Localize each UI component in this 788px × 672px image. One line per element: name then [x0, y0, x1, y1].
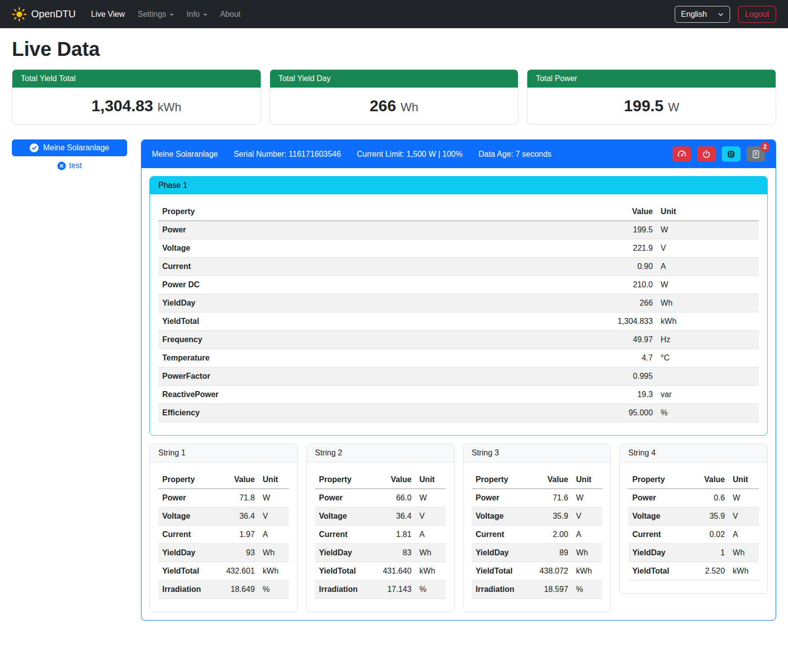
table-row: YieldDay266Wh — [158, 294, 759, 313]
property-cell: Power — [158, 221, 537, 239]
unit-cell: Wh — [416, 544, 446, 562]
summary-card-title: Total Yield Day — [270, 70, 518, 88]
device-info-button[interactable] — [722, 146, 741, 162]
content-row: Meine Solaranlage test Meine Solaranlage… — [12, 139, 776, 621]
table-row: Voltage36.4V — [315, 507, 446, 526]
table-row: Current2.00A — [472, 526, 603, 544]
column-header-value: Value — [537, 203, 657, 221]
chevron-down-icon — [718, 11, 724, 17]
summary-value: 1,304.83 — [92, 97, 153, 115]
unit-cell: var — [657, 386, 759, 404]
property-cell: YieldDay — [628, 544, 688, 562]
unit-cell: Wh — [259, 544, 289, 562]
unit-cell: kWh — [657, 313, 759, 331]
value-cell: 431.640 — [375, 562, 416, 581]
table-row: YieldTotal438.072kWh — [472, 562, 603, 581]
nav-settings[interactable]: Settings — [131, 6, 180, 23]
nav-info[interactable]: Info — [180, 6, 214, 23]
unit-cell: V — [416, 507, 446, 526]
value-cell: 36.4 — [218, 507, 259, 526]
table-row: Power71.6W — [472, 489, 603, 507]
table-row: YieldTotal2.520kWh — [628, 562, 759, 581]
property-cell: Current — [158, 526, 218, 544]
sidebar-item-test[interactable]: test — [57, 161, 82, 170]
table-row: Irradiation18.597% — [472, 581, 603, 599]
serial-number: Serial Number: 116171603546 — [233, 150, 341, 159]
value-cell: 35.9 — [689, 507, 729, 526]
string-card-title: String 4 — [620, 444, 767, 462]
table-row: Voltage36.4V — [158, 507, 289, 526]
value-cell: 0.90 — [537, 258, 657, 276]
table-header-row: Property Value Unit — [158, 471, 289, 489]
table-row: Current0.02A — [628, 526, 759, 544]
property-cell: Voltage — [628, 507, 688, 526]
property-cell: YieldDay — [158, 544, 218, 562]
property-cell: YieldDay — [158, 294, 537, 313]
table-header-row: Property Value Unit — [315, 471, 446, 489]
property-cell: ReactivePower — [158, 386, 537, 404]
value-cell: 18.597 — [532, 581, 572, 599]
table-header-row: Property Value Unit — [158, 203, 759, 221]
unit-cell: °C — [657, 349, 759, 367]
column-header-value: Value — [375, 471, 416, 489]
table-row: YieldDay93Wh — [158, 544, 289, 562]
unit-cell: W — [729, 489, 759, 507]
string-card-title: String 2 — [307, 444, 454, 462]
property-cell: Voltage — [158, 507, 218, 526]
table-row: ReactivePower19.3var — [158, 386, 759, 404]
property-cell: Irradiation — [158, 581, 218, 599]
table-row: Voltage221.9V — [158, 239, 759, 258]
unit-cell: V — [657, 239, 759, 258]
property-cell: Current — [628, 526, 688, 544]
power-button[interactable] — [697, 146, 716, 162]
summary-unit: Wh — [401, 100, 418, 114]
value-cell: 17.143 — [375, 581, 416, 599]
table-row: Frequency49.97Hz — [158, 331, 759, 349]
table-row: YieldDay1Wh — [628, 544, 759, 562]
page-title: Live Data — [12, 38, 776, 60]
nav-about[interactable]: About — [214, 6, 247, 23]
value-cell: 210.0 — [537, 276, 657, 294]
property-cell: Irradiation — [315, 581, 375, 599]
string-card-title: String 3 — [464, 444, 611, 462]
string-card: String 3 Property Value Unit Power71.6WV… — [463, 444, 611, 612]
property-cell: Voltage — [158, 239, 537, 258]
value-cell: 2.520 — [689, 562, 729, 581]
table-row: Current0.90A — [158, 258, 759, 276]
unit-cell: % — [572, 581, 603, 599]
table-row: YieldDay83Wh — [315, 544, 446, 562]
sidebar-item-meine-solaranlage[interactable]: Meine Solaranlage — [12, 139, 127, 156]
table-row: Power0.6W — [628, 489, 759, 507]
string-card: String 1 Property Value Unit Power71.8WV… — [149, 444, 298, 612]
nav-live-view[interactable]: Live View — [85, 6, 131, 23]
summary-value: 199.5 — [624, 97, 663, 115]
logout-button[interactable]: Logout — [738, 6, 776, 23]
unit-cell: W — [572, 489, 603, 507]
language-select[interactable]: English — [675, 6, 730, 23]
unit-cell: W — [259, 489, 289, 507]
table-row: Voltage35.9V — [628, 507, 759, 526]
event-log-button[interactable]: 2 — [746, 146, 765, 162]
summary-row: Total Yield Total 1,304.83kWh Total Yiel… — [12, 69, 776, 125]
cpu-icon — [727, 150, 736, 159]
nav-settings-label: Settings — [138, 10, 166, 18]
value-cell: 95.000 — [537, 404, 657, 422]
unit-cell: A — [729, 526, 759, 544]
value-cell: 2.00 — [532, 526, 572, 544]
brand-link[interactable]: OpenDTU — [12, 7, 76, 22]
value-cell: 89 — [532, 544, 572, 562]
table-row: Voltage35.9V — [472, 507, 603, 526]
unit-cell: W — [416, 489, 446, 507]
unit-cell: kWh — [259, 562, 289, 581]
unit-cell: V — [572, 507, 603, 526]
sidebar-item-label: Meine Solaranlage — [43, 143, 109, 152]
property-cell: YieldTotal — [158, 313, 537, 331]
limit-settings-button[interactable] — [672, 146, 691, 162]
property-cell: Power — [315, 489, 375, 507]
property-cell: Irradiation — [472, 581, 532, 599]
column-header-value: Value — [532, 471, 572, 489]
property-cell: YieldTotal — [158, 562, 218, 581]
string-card: String 4 Property Value Unit Power0.6WVo… — [619, 444, 768, 594]
unit-cell: Wh — [572, 544, 603, 562]
summary-value: 266 — [370, 97, 396, 115]
